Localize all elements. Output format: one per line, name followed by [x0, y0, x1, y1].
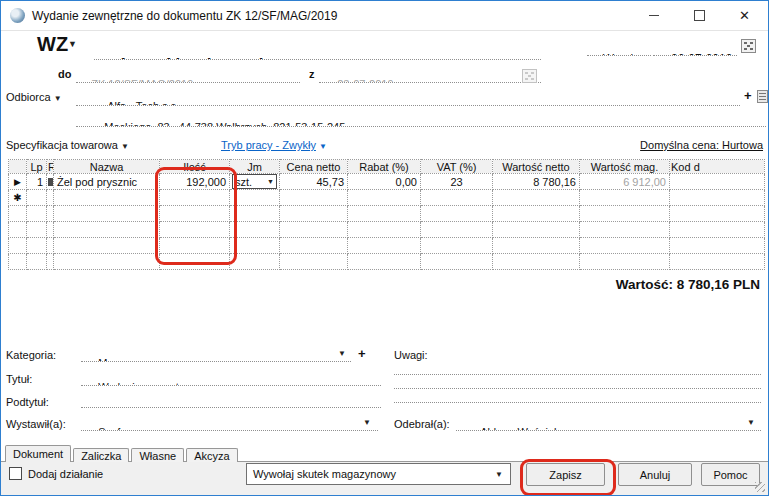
add-action-checkbox[interactable]	[9, 467, 22, 480]
cell-empty[interactable]	[280, 222, 348, 238]
cell-empty[interactable]	[493, 238, 580, 254]
table-row-new[interactable]: ✱	[9, 190, 765, 206]
cell-empty[interactable]	[348, 222, 421, 238]
cell-kod[interactable]	[670, 174, 765, 190]
cell-empty[interactable]	[230, 238, 280, 254]
cell-empty[interactable]	[421, 206, 493, 222]
odebral-field[interactable]: Aldona Woźniak	[456, 414, 761, 431]
cell-empty[interactable]	[27, 238, 47, 254]
new-row-icon[interactable]: ✱	[9, 190, 27, 206]
cell-r[interactable]	[47, 174, 54, 190]
cell-empty[interactable]	[493, 190, 580, 206]
cell-empty[interactable]	[670, 238, 765, 254]
cell-empty[interactable]	[580, 254, 670, 270]
cell-empty[interactable]	[27, 206, 47, 222]
doc-number-field[interactable]: (auto)/SF/MAG/2019	[94, 32, 541, 60]
cell-empty[interactable]	[230, 222, 280, 238]
cell-empty[interactable]	[421, 238, 493, 254]
cancel-button[interactable]: Anuluj	[618, 463, 692, 486]
cell-empty[interactable]	[230, 190, 280, 206]
row-pointer-icon[interactable]: ▶	[9, 174, 27, 190]
add-recipient-button[interactable]: +	[744, 88, 752, 103]
recipient-list-icon[interactable]	[757, 90, 768, 103]
table-row-item[interactable]: ▶ 1 Żel pod prysznic 192,000 szt. ▼ 45,7…	[9, 174, 765, 190]
cell-empty[interactable]	[9, 206, 27, 222]
cell-empty[interactable]	[47, 254, 54, 270]
doc-type-dropdown[interactable]: WZ▼	[37, 33, 77, 56]
cell-empty[interactable]	[580, 222, 670, 238]
jm-dropdown[interactable]: szt. ▼	[232, 174, 277, 189]
cell-wartosc-mag[interactable]: 6 912,00	[580, 174, 670, 190]
cell-empty[interactable]	[348, 254, 421, 270]
cell-empty[interactable]	[670, 190, 765, 206]
wystawil-dropdown-icon[interactable]: ▼	[363, 419, 371, 427]
recipient-name-field[interactable]: Alfa - Tech s.c.	[76, 88, 740, 106]
uwagi-line-1[interactable]	[394, 361, 761, 375]
cell-empty[interactable]	[9, 238, 27, 254]
wystawil-field[interactable]: Szef	[81, 414, 378, 431]
cell-empty[interactable]	[580, 238, 670, 254]
resize-grip[interactable]	[755, 482, 765, 492]
cell-empty[interactable]	[348, 206, 421, 222]
tab-wlasne[interactable]: Własne	[131, 448, 184, 462]
date-field[interactable]: 26-07-2019	[653, 38, 737, 56]
spec-dropdown[interactable]: Specyfikacja towarowa ▼	[6, 139, 129, 151]
tab-zaliczka[interactable]: Zaliczka	[73, 448, 129, 462]
help-button[interactable]: Pomoc	[701, 463, 760, 486]
cell-empty[interactable]	[54, 238, 160, 254]
cell-empty[interactable]	[421, 254, 493, 270]
kategoria-dropdown-icon[interactable]: ▼	[338, 350, 346, 358]
recipient-dropdown[interactable]: Odbiorca ▼	[6, 91, 62, 103]
cell-wartosc-netto[interactable]: 8 780,16	[493, 174, 580, 190]
cell-empty[interactable]	[580, 206, 670, 222]
cell-empty[interactable]	[348, 190, 421, 206]
cell-jm[interactable]: szt. ▼	[230, 174, 280, 190]
cell-empty[interactable]	[230, 254, 280, 270]
table-row-empty[interactable]	[9, 206, 765, 222]
cell-vat[interactable]: 23	[421, 174, 493, 190]
cell-empty[interactable]	[348, 238, 421, 254]
cell-empty[interactable]	[9, 222, 27, 238]
cell-empty[interactable]	[493, 222, 580, 238]
cell-empty[interactable]	[280, 254, 348, 270]
cell-rabat[interactable]: 0,00	[348, 174, 421, 190]
cell-empty[interactable]	[493, 206, 580, 222]
minimize-button[interactable]	[631, 1, 676, 29]
cell-empty[interactable]	[54, 254, 160, 270]
add-kategoria-button[interactable]: +	[358, 346, 366, 361]
table-row-empty[interactable]	[9, 254, 765, 270]
cell-empty[interactable]	[47, 238, 54, 254]
maximize-button[interactable]	[677, 1, 722, 29]
kategoria-field[interactable]: Magazyn	[81, 345, 351, 362]
cell-empty[interactable]	[421, 190, 493, 206]
cell-empty[interactable]	[47, 222, 54, 238]
cell-empty[interactable]	[54, 222, 160, 238]
uwagi-line-2[interactable]	[394, 375, 761, 389]
cell-empty[interactable]	[280, 206, 348, 222]
cell-empty[interactable]	[280, 190, 348, 206]
cell-empty[interactable]	[47, 190, 54, 206]
work-mode-link[interactable]: Tryb pracy - Zwykły ▼	[221, 139, 327, 151]
uwagi-line-3[interactable]	[394, 389, 761, 403]
cell-cena-netto[interactable]: 45,73	[280, 174, 348, 190]
cell-empty[interactable]	[670, 254, 765, 270]
table-row-empty[interactable]	[9, 222, 765, 238]
cell-empty[interactable]	[493, 254, 580, 270]
tab-dokument[interactable]: Dokument	[5, 445, 71, 462]
table-row-empty[interactable]	[9, 238, 765, 254]
default-price-link[interactable]: Domyślna cena: Hurtowa	[640, 139, 763, 151]
cell-empty[interactable]	[47, 206, 54, 222]
calendar-icon[interactable]	[741, 39, 756, 53]
cell-empty[interactable]	[9, 254, 27, 270]
cell-empty[interactable]	[670, 222, 765, 238]
cell-nazwa[interactable]: Żel pod prysznic	[54, 174, 160, 190]
close-button[interactable]: ✕	[722, 1, 767, 29]
cell-empty[interactable]	[670, 206, 765, 222]
cell-empty[interactable]	[27, 222, 47, 238]
cell-empty[interactable]	[54, 190, 160, 206]
tytul-field[interactable]: Wydanie zewnętrzne	[81, 369, 381, 386]
recipient-details-field[interactable]: Męckiego 83 , 44-738 Wałbrzych, 821-53-1…	[76, 109, 766, 127]
cell-empty[interactable]	[54, 206, 160, 222]
cell-empty[interactable]	[280, 238, 348, 254]
cell-empty[interactable]	[27, 254, 47, 270]
